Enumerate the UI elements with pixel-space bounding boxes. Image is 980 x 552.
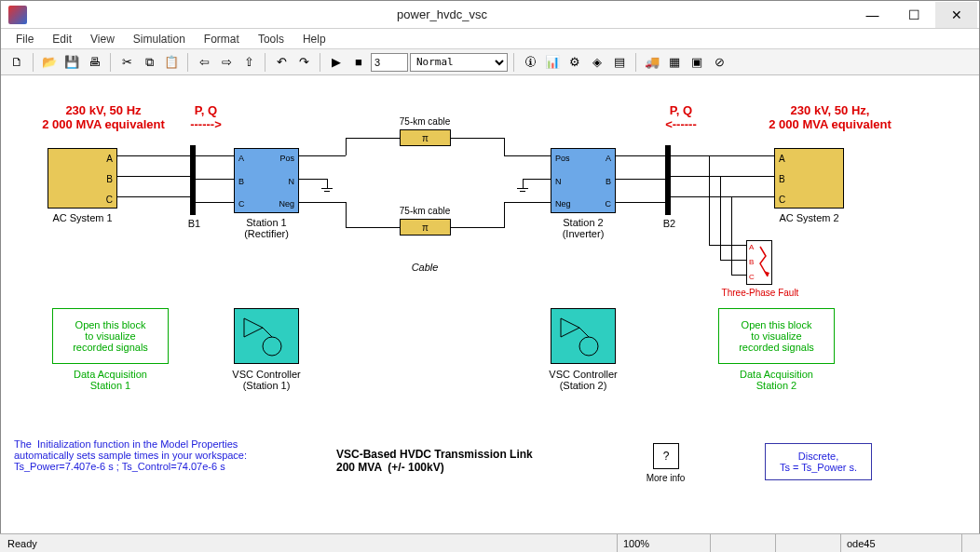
label-st2: Station 2 (Inverter) (551, 217, 616, 239)
block-cable-bot[interactable]: π (400, 219, 451, 236)
block-more-info[interactable]: ? (653, 443, 679, 469)
tool-icon-2[interactable]: 📊 (542, 52, 563, 73)
app-icon (8, 6, 27, 24)
block-vsc-1[interactable] (234, 308, 299, 364)
save-icon[interactable]: 💾 (61, 52, 82, 73)
copy-icon[interactable]: ⧉ (139, 52, 159, 73)
cut-icon[interactable]: ✂ (116, 52, 137, 73)
minimize-button[interactable]: — (851, 2, 893, 28)
block-daq-2[interactable]: Open this block to visualize recorded si… (718, 308, 835, 364)
paste-icon[interactable]: 📋 (161, 52, 182, 73)
svg-point-2 (263, 337, 281, 356)
svg-line-6 (579, 328, 589, 337)
menu-help[interactable]: Help (293, 31, 335, 47)
tool-icon-3[interactable]: ⚙ (565, 52, 585, 73)
status-ready: Ready (0, 534, 617, 552)
note-title: VSC-Based HVDC Transmission Link 200 MVA… (336, 448, 597, 474)
menu-simulation[interactable]: Simulation (124, 31, 195, 47)
tool-icon-8[interactable]: ▣ (687, 52, 707, 73)
label-pq2: P, Q <------ (653, 103, 709, 131)
label-pq1: P, Q ------> (178, 103, 234, 131)
label-ac1: AC System 1 (48, 212, 117, 223)
block-station-2[interactable]: Pos N Neg A B C (551, 148, 616, 213)
label-daq1: Data Acquisition Station 1 (52, 369, 169, 391)
open-icon[interactable]: 📂 (39, 52, 60, 73)
label-cable-mid: Cable (392, 262, 457, 273)
svg-marker-1 (244, 318, 263, 337)
svg-point-5 (579, 337, 598, 356)
undo-icon[interactable]: ↶ (271, 52, 292, 73)
note-init: The Initialization function in the Model… (14, 438, 321, 472)
label-daq2: Data Acquisition Station 2 (718, 369, 835, 391)
block-ac-system-1[interactable]: A B C (48, 148, 117, 209)
svg-line-3 (263, 328, 272, 337)
redo-icon[interactable]: ↷ (293, 52, 314, 73)
mode-select[interactable]: Normal (410, 53, 508, 72)
window-buttons: — ☐ ✕ (851, 2, 977, 28)
block-vsc-2[interactable] (551, 308, 616, 364)
menubar: File Edit View Simulation Format Tools H… (1, 29, 979, 49)
tool-icon-7[interactable]: ▦ (664, 52, 685, 73)
forward-icon[interactable]: ⇨ (216, 52, 237, 73)
new-icon[interactable]: 🗋 (7, 52, 27, 73)
resize-grip[interactable] (961, 534, 980, 552)
tool-icon-4[interactable]: ◈ (587, 52, 607, 73)
stop-icon[interactable]: ■ (348, 52, 369, 73)
label-ac2: AC System 2 (774, 212, 844, 223)
block-fault[interactable]: A B C (746, 240, 772, 285)
label-cable-bot: 75-km cable (392, 206, 457, 216)
port-b: B (106, 174, 113, 184)
back-icon[interactable]: ⇦ (194, 52, 214, 73)
block-station-1[interactable]: A B C Pos N Neg (234, 148, 299, 213)
label-b1: B1 (183, 218, 206, 229)
label-sys1: 230 kV, 50 Hz 2 000 MVA equivalent (20, 103, 187, 131)
status-solver: ode45 (840, 534, 961, 552)
block-powergui[interactable]: Discrete, Ts = Ts_Power s. (765, 443, 872, 480)
menu-tools[interactable]: Tools (249, 31, 293, 47)
tool-icon-6[interactable]: 🚚 (642, 52, 662, 73)
label-st1: Station 1 (Rectifier) (234, 217, 299, 239)
label-b2: B2 (658, 218, 681, 229)
label-sys2: 230 kV, 50 Hz, 2 000 MVA equivalent (737, 103, 923, 131)
block-daq-1[interactable]: Open this block to visualize recorded si… (52, 308, 169, 364)
close-button[interactable]: ✕ (935, 2, 977, 28)
svg-marker-4 (561, 318, 579, 337)
label-vsc2: VSC Controller (Station 2) (541, 369, 625, 391)
menu-format[interactable]: Format (195, 31, 249, 47)
label-moreinfo: More info (640, 473, 691, 483)
tool-icon-5[interactable]: ▤ (609, 52, 630, 73)
label-cable-top: 75-km cable (392, 116, 457, 127)
maximize-button[interactable]: ☐ (893, 2, 935, 28)
tool-icon-1[interactable]: 🛈 (520, 52, 540, 73)
toolbar: 🗋 📂 💾 🖶 ✂ ⧉ 📋 ⇦ ⇨ ⇧ ↶ ↷ ▶ ■ Normal 🛈 📊 ⚙… (1, 49, 979, 75)
status-blank2 (775, 534, 840, 552)
block-cable-top[interactable]: π (400, 129, 451, 146)
window-title: power_hvdc_vsc (33, 7, 851, 21)
tool-icon-9[interactable]: ⊘ (709, 52, 729, 73)
port-a: A (106, 154, 113, 164)
block-ac-system-2[interactable]: A B C (774, 148, 844, 209)
titlebar: power_hvdc_vsc — ☐ ✕ (1, 1, 979, 29)
up-icon[interactable]: ⇧ (238, 52, 259, 73)
label-fault: Three-Phase Fault (709, 288, 811, 298)
menu-file[interactable]: File (7, 31, 43, 47)
print-icon[interactable]: 🖶 (84, 52, 104, 73)
menu-edit[interactable]: Edit (43, 31, 81, 47)
menu-view[interactable]: View (81, 31, 124, 47)
model-canvas[interactable]: 230 kV, 50 Hz 2 000 MVA equivalent P, Q … (1, 75, 979, 532)
label-vsc1: VSC Controller (Station 1) (225, 369, 308, 391)
play-icon[interactable]: ▶ (326, 52, 347, 73)
statusbar: Ready 100% ode45 (0, 533, 980, 552)
status-zoom: 100% (617, 534, 710, 552)
port-c: C (106, 195, 113, 205)
status-blank1 (710, 534, 775, 552)
stop-time-input[interactable] (371, 53, 408, 72)
